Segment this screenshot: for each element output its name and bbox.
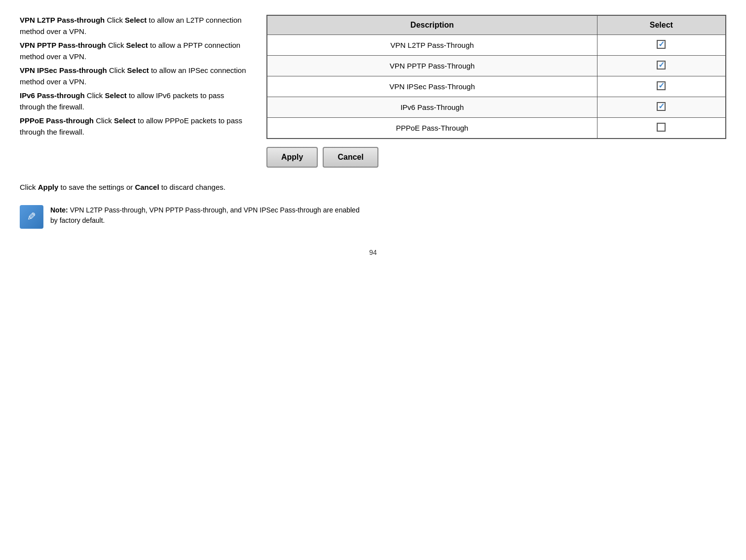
vpn-ipsec-select-bold: Select (127, 66, 149, 74)
vpn-pptp-paragraph: VPN PPTP Pass-through Click Select to al… (20, 40, 247, 62)
row-4-description: IPv6 Pass-Through (267, 97, 597, 118)
table-row: PPPoE Pass-Through (267, 118, 726, 139)
row-3-checkbox[interactable] (597, 76, 726, 97)
pppoe-bold: PPPoE Pass-through (20, 116, 94, 125)
vpn-ipsec-bold: VPN IPSec Pass-through (20, 66, 107, 74)
vpn-pptp-bold: VPN PPTP Pass-through (20, 41, 106, 49)
ipv6-paragraph: IPv6 Pass-through Click Select to allow … (20, 90, 247, 112)
checkbox-unchecked-icon[interactable] (657, 123, 666, 132)
col-select-header: Select (597, 15, 726, 35)
note-text: Note: VPN L2TP Pass-through, VPN PPTP Pa… (50, 205, 365, 226)
vpn-l2tp-paragraph: VPN L2TP Pass-through Click Select to al… (20, 15, 247, 37)
button-row: Apply Cancel (266, 147, 726, 168)
checkbox-checked-icon[interactable] (657, 61, 666, 70)
checkbox-checked-icon[interactable] (657, 81, 666, 90)
apply-button[interactable]: Apply (266, 147, 318, 168)
row-1-description: VPN L2TP Pass-Through (267, 35, 597, 56)
right-column: Description Select VPN L2TP Pass-Through… (266, 15, 726, 168)
table-row: VPN IPSec Pass-Through (267, 76, 726, 97)
vpn-pptp-select-bold: Select (126, 41, 148, 49)
note-label: Note: (50, 206, 68, 214)
page-number: 94 (20, 248, 726, 256)
vpn-l2tp-bold: VPN L2TP Pass-through (20, 16, 105, 24)
content-wrapper: VPN L2TP Pass-through Click Select to al… (20, 15, 726, 168)
row-5-checkbox[interactable] (597, 118, 726, 139)
apply-instruction-bold: Apply (38, 183, 59, 191)
table-row: IPv6 Pass-Through (267, 97, 726, 118)
checkbox-checked-icon[interactable] (657, 102, 666, 111)
table-row: VPN PPTP Pass-Through (267, 56, 726, 76)
row-1-checkbox[interactable] (597, 35, 726, 56)
note-icon (20, 205, 43, 229)
click-instruction: Click Apply to save the settings or Canc… (20, 181, 726, 193)
row-5-description: PPPoE Pass-Through (267, 118, 597, 139)
cancel-button[interactable]: Cancel (323, 147, 378, 168)
vpn-ipsec-paragraph: VPN IPSec Pass-through Click Select to a… (20, 65, 247, 87)
row-2-checkbox[interactable] (597, 56, 726, 76)
pppoe-select-bold: Select (114, 116, 136, 125)
row-3-description: VPN IPSec Pass-Through (267, 76, 597, 97)
table-row: VPN L2TP Pass-Through (267, 35, 726, 56)
col-description-header: Description (267, 15, 597, 35)
settings-table: Description Select VPN L2TP Pass-Through… (266, 15, 726, 139)
cancel-instruction-bold: Cancel (135, 183, 159, 191)
row-4-checkbox[interactable] (597, 97, 726, 118)
left-column: VPN L2TP Pass-through Click Select to al… (20, 15, 247, 168)
ipv6-select-bold: Select (105, 91, 127, 100)
note-box: Note: VPN L2TP Pass-through, VPN PPTP Pa… (20, 205, 365, 229)
vpn-l2tp-select-bold: Select (125, 16, 147, 24)
note-content: VPN L2TP Pass-through, VPN PPTP Pass-thr… (50, 206, 360, 224)
ipv6-bold: IPv6 Pass-through (20, 91, 85, 100)
checkbox-checked-icon[interactable] (657, 40, 666, 49)
pppoe-paragraph: PPPoE Pass-through Click Select to allow… (20, 115, 247, 138)
row-2-description: VPN PPTP Pass-Through (267, 56, 597, 76)
